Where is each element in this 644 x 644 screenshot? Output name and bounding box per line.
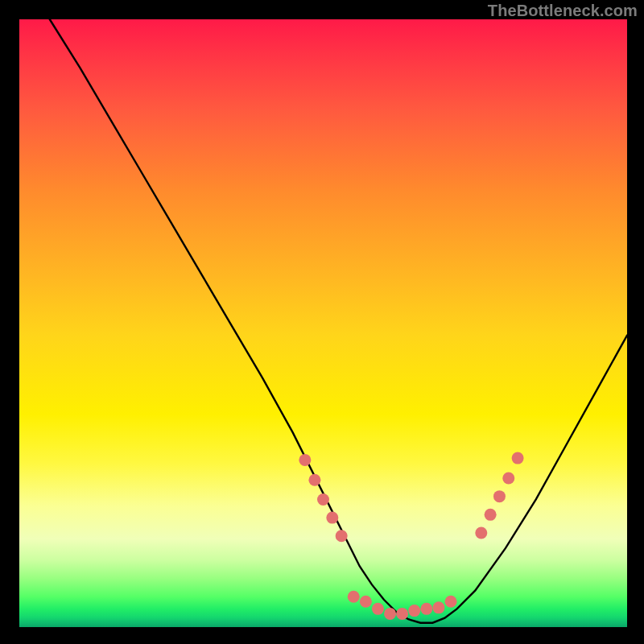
watermark-text: TheBottleneck.com: [488, 2, 638, 20]
highlight-dot: [485, 509, 497, 521]
highlight-dot: [317, 493, 329, 506]
highlight-dot: [408, 605, 420, 617]
highlight-dot: [348, 591, 360, 603]
chart-overlay: [19, 19, 627, 627]
highlight-dot: [432, 601, 444, 613]
highlight-dot: [512, 452, 524, 464]
highlight-dot: [336, 530, 348, 542]
highlight-dot: [502, 473, 514, 485]
highlight-dots: [299, 452, 523, 620]
highlight-dot: [445, 596, 457, 608]
highlight-dot: [326, 512, 338, 524]
highlight-dot: [420, 603, 432, 615]
highlight-dot: [384, 608, 396, 620]
highlight-dot: [493, 490, 506, 502]
highlight-dot: [396, 608, 408, 620]
highlight-dot: [475, 526, 487, 539]
highlight-dot: [360, 596, 372, 608]
chart-stage: TheBottleneck.com: [0, 0, 644, 644]
highlight-dot: [372, 603, 384, 615]
highlight-dot: [299, 454, 311, 466]
highlight-dot: [308, 474, 320, 486]
